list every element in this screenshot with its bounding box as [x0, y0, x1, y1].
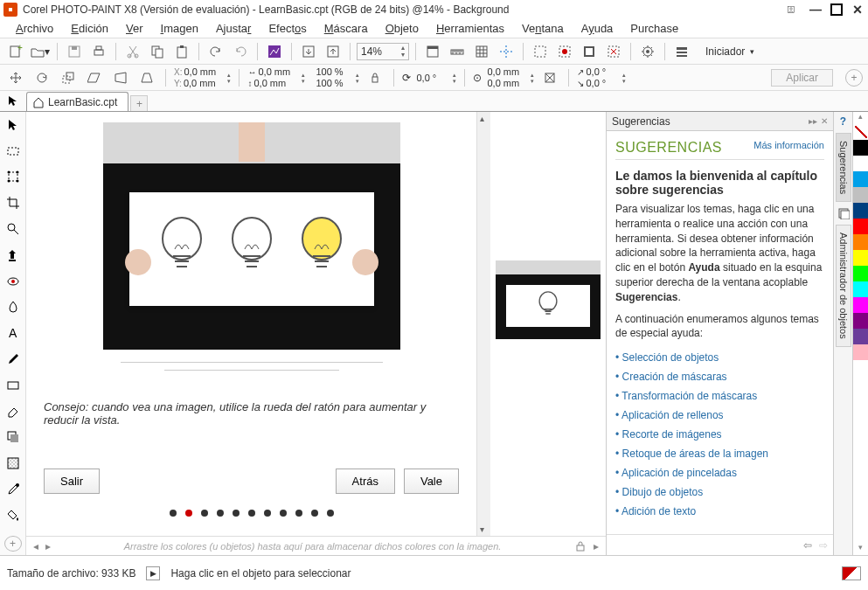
pager-dot[interactable] [217, 510, 224, 517]
rotate-tool-icon[interactable] [31, 67, 52, 88]
mask-visible-button[interactable] [554, 41, 575, 62]
menu-edicion[interactable]: Edición [62, 20, 117, 37]
color-swatch[interactable] [853, 140, 868, 156]
menu-objeto[interactable]: Objeto [377, 20, 427, 37]
add-tool-button[interactable]: + [4, 536, 22, 552]
color-swatch[interactable] [853, 203, 868, 219]
zoom-tool[interactable] [3, 219, 24, 239]
pick-tool-icon[interactable] [2, 90, 24, 111]
remove-mask-button[interactable] [603, 41, 624, 62]
pager-dot[interactable] [327, 510, 334, 517]
menu-ajustar[interactable]: Ajustar [207, 20, 260, 37]
open-button[interactable]: ▾ [30, 41, 51, 62]
color-swatch[interactable] [853, 266, 868, 281]
hint-link[interactable]: Selección de objetos [615, 348, 824, 367]
pager-dot[interactable] [185, 510, 192, 517]
hint-link[interactable]: Recorte de imágenes [615, 425, 824, 444]
color-swatch[interactable] [853, 250, 868, 266]
relative-center-icon[interactable] [539, 67, 560, 88]
menu-archivo[interactable]: Archivo [7, 20, 62, 37]
color-none[interactable] [853, 124, 868, 140]
color-swatch[interactable] [853, 234, 868, 250]
undo-button[interactable] [205, 41, 226, 62]
crop-tool[interactable] [3, 193, 24, 212]
skew-tool-icon[interactable] [84, 67, 105, 88]
color-swatch[interactable] [853, 329, 868, 344]
panel-close-icon[interactable]: ✕ [821, 116, 828, 126]
objects-icon[interactable] [837, 207, 850, 219]
new-button[interactable]: + [5, 41, 26, 62]
pager-dots[interactable] [44, 501, 459, 525]
redo-button[interactable] [230, 41, 251, 62]
pager-dot[interactable] [170, 510, 177, 517]
fill-tool[interactable] [3, 506, 24, 525]
menu-ver[interactable]: Ver [117, 20, 152, 37]
pager-dot[interactable] [233, 510, 240, 517]
color-swatch[interactable] [853, 171, 868, 187]
user-icon[interactable] [788, 3, 802, 17]
add-preset-button[interactable]: + [845, 69, 863, 87]
liquid-tool[interactable] [3, 298, 24, 317]
pager-dot[interactable] [295, 510, 302, 517]
pager-dot[interactable] [248, 510, 255, 517]
clone-tool[interactable] [3, 246, 24, 265]
menu-ayuda[interactable]: Ayuda [573, 20, 622, 37]
distort-tool-icon[interactable] [110, 67, 131, 88]
hint-link[interactable]: Aplicación de pinceladas [615, 463, 824, 482]
eraser-tool[interactable] [3, 402, 24, 421]
hint-link[interactable]: Retoque de áreas de la imagen [615, 444, 824, 463]
mask-overlay-button[interactable] [530, 41, 551, 62]
show-guides-button[interactable] [496, 41, 517, 62]
cut-button[interactable] [122, 41, 143, 62]
lock-ratio-icon[interactable] [365, 67, 385, 88]
pick-tool[interactable] [3, 115, 24, 135]
position-tool-icon[interactable] [5, 67, 26, 88]
mask-rect-tool[interactable] [3, 142, 24, 161]
export-button[interactable] [323, 41, 344, 62]
hint-link[interactable]: Dibujo de objetos [615, 482, 824, 502]
copy-button[interactable] [147, 41, 168, 62]
vertical-scrollbar[interactable] [476, 112, 490, 536]
hint-link[interactable]: Transformación de máscaras [615, 386, 824, 406]
launcher-icon[interactable] [671, 41, 692, 62]
panel-collapse-icon[interactable]: ▸▸ [809, 116, 817, 126]
hint-link[interactable]: Creación de máscaras [615, 367, 824, 386]
color-swatch[interactable] [853, 344, 868, 360]
hint-link[interactable]: Aplicación de rellenos [615, 406, 824, 425]
pager-dot[interactable] [311, 510, 318, 517]
color-swatch[interactable] [853, 219, 868, 234]
help-icon[interactable]: ? [840, 115, 846, 128]
menu-efectos[interactable]: Efectos [260, 20, 315, 37]
maximize-button[interactable] [830, 3, 844, 17]
color-swatch[interactable] [853, 297, 868, 313]
ok-button[interactable]: Vale [404, 469, 459, 494]
menu-imagen[interactable]: Imagen [152, 20, 207, 37]
rectangle-tool[interactable] [3, 376, 24, 395]
color-palette[interactable]: ▴ ▾ [852, 112, 868, 555]
color-swatch[interactable] [853, 187, 868, 203]
hint-link[interactable]: Adición de texto [615, 502, 824, 521]
brush-tool[interactable] [3, 350, 24, 369]
panel-header[interactable]: Sugerencias ▸▸ ✕ [607, 112, 833, 131]
invert-mask-button[interactable] [579, 41, 600, 62]
launcher-dropdown[interactable]: Iniciador▾ [696, 42, 764, 61]
zoom-field[interactable]: 14%▴▾ [357, 43, 409, 60]
status-color-swatch[interactable] [842, 566, 861, 580]
minimize-button[interactable]: — [809, 3, 823, 17]
print-button[interactable] [88, 41, 109, 62]
show-rulers-button[interactable] [447, 41, 468, 62]
color-swatch[interactable] [853, 156, 868, 171]
menu-herramientas[interactable]: Herramientas [427, 20, 513, 37]
scale-tool-icon[interactable] [58, 67, 79, 88]
red-eye-tool[interactable] [3, 272, 24, 291]
new-tab-button[interactable]: + [130, 95, 148, 111]
options-button[interactable] [637, 41, 658, 62]
status-play-icon[interactable]: ▶ [146, 566, 160, 580]
show-grid-button[interactable] [471, 41, 492, 62]
save-button[interactable] [64, 41, 85, 62]
nav-back-icon[interactable]: ⇦ [803, 539, 812, 552]
document-tab[interactable]: LearnBasic.cpt [26, 92, 128, 111]
pager-dot[interactable] [201, 510, 208, 517]
menu-mascara[interactable]: Máscara [316, 20, 377, 37]
menu-purchase[interactable]: Purchase [621, 20, 687, 37]
